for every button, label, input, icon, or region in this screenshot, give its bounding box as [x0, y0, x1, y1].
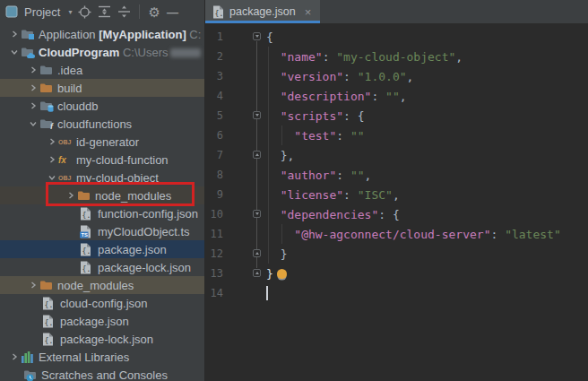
tree-row[interactable]: Application [MyApplication] C: [0, 25, 204, 43]
chevron-right-icon[interactable] [26, 84, 39, 91]
code-text: { [266, 30, 273, 44]
tree-row[interactable]: node_modules [0, 186, 204, 204]
code-line[interactable]: 8 "author": "", [205, 165, 588, 185]
folder-excluded-icon [39, 82, 56, 93]
chevron-right-icon[interactable] [26, 281, 39, 289]
chevron-right-icon[interactable] [45, 138, 58, 145]
code-line[interactable]: 6 "test": "" [205, 126, 588, 145]
tree-row[interactable]: node_modules [0, 276, 204, 294]
code-line[interactable]: 1{ [205, 27, 588, 47]
code-line[interactable]: 4 "description": "", [205, 86, 588, 106]
line-number: 3 [205, 70, 223, 82]
json-icon: {..} [42, 315, 58, 328]
chevron-right-icon[interactable] [7, 30, 21, 38]
tree-row[interactable]: CloudProgram C:\Users [0, 43, 204, 61]
close-icon[interactable]: × [305, 5, 312, 19]
code-text: "name": "my-cloud-object", [266, 50, 463, 64]
tree-row[interactable]: {..}package-lock.json [0, 258, 204, 276]
tree-row[interactable]: {..}package.json [0, 240, 204, 258]
line-number: 12 [205, 247, 223, 260]
chevron-right-icon[interactable] [7, 353, 21, 360]
chevron-right-icon[interactable] [45, 156, 58, 163]
fold-marker[interactable] [253, 151, 261, 159]
code-line[interactable]: 7 }, [205, 145, 588, 165]
folder-app-icon [21, 29, 37, 39]
code-line[interactable]: 13} [205, 264, 588, 283]
code-line[interactable]: 14 [205, 283, 588, 303]
code-text [266, 286, 268, 301]
intention-bulb-icon[interactable] [277, 269, 287, 279]
code-line[interactable]: 3 "version": "1.0.0", [205, 66, 588, 86]
tree-item-label: cloud-config.json [60, 297, 148, 310]
tree-item-label: package.json [60, 315, 129, 328]
code-text: "author": "", [266, 169, 371, 182]
chevron-down-icon[interactable] [26, 120, 39, 127]
redacted-text [170, 48, 201, 57]
tree-row[interactable]: {..}package.json [0, 312, 204, 330]
expand-all-icon[interactable] [98, 5, 111, 18]
hide-panel-icon[interactable]: — [167, 5, 178, 19]
svg-text:{..}: {..} [45, 300, 54, 308]
code-line[interactable]: 2 "name": "my-cloud-object", [205, 47, 588, 66]
project-toolbar: Project ▾ ⚙ — [0, 0, 204, 23]
line-number: 6 [205, 129, 223, 142]
chevron-right-icon[interactable] [26, 66, 39, 74]
line-number: 8 [205, 169, 223, 181]
json-icon: {..} [80, 243, 96, 256]
json-icon: {..} [42, 333, 58, 346]
tool-window-icon[interactable] [5, 5, 18, 18]
chevron-down-icon[interactable] [45, 174, 58, 181]
chevron-down-icon[interactable] [7, 48, 21, 56]
code-line[interactable]: 9 "license": "ISC", [205, 185, 588, 204]
code-text: "@hw-agconnect/cloud-server": "latest" [266, 228, 561, 241]
tree-item-label: myCloudObject.ts [98, 225, 190, 238]
code-text: } [266, 247, 287, 261]
svg-text:{..}: {..} [82, 211, 91, 219]
tree-item-label: clouddb [57, 100, 99, 113]
tree-row[interactable]: {..}function-config.json [0, 204, 204, 222]
svg-text:{..}: {..} [82, 247, 91, 255]
fold-marker[interactable] [253, 32, 261, 40]
project-tool-window: Project ▾ ⚙ — A [0, 0, 204, 381]
chevron-right-icon[interactable] [64, 192, 77, 199]
fold-marker[interactable] [253, 269, 261, 277]
collapse-all-icon[interactable] [117, 5, 131, 18]
code-text: "scripts": { [266, 109, 365, 123]
tree-item-label: build [57, 82, 82, 95]
tree-row[interactable]: OBJid-generator [0, 133, 204, 151]
chevron-right-icon[interactable] [26, 102, 39, 109]
tree-row[interactable]: OBJmy-cloud-object [0, 169, 204, 186]
editor-area: {..} package.json × 1{2 "name": "my-clou… [204, 0, 588, 381]
tree-row[interactable]: clouddb [0, 97, 204, 115]
code-editor[interactable]: 1{2 "name": "my-cloud-object",3 "version… [205, 23, 588, 381]
fold-marker[interactable] [253, 111, 261, 119]
tree-row[interactable]: {..}package-lock.json [0, 330, 204, 348]
tree-row[interactable]: Scratches and Consoles [0, 366, 204, 381]
tree-item-label: my-cloud-function [76, 153, 169, 167]
tool-window-title[interactable]: Project [24, 5, 60, 19]
tree-row[interactable]: TSmyCloudObject.ts [0, 222, 204, 240]
tree-row[interactable]: External Libraries [0, 348, 204, 366]
tab-label: package.json [229, 5, 296, 18]
tree-row[interactable]: fxmy-cloud-function [0, 151, 204, 169]
tree-row[interactable]: build [0, 79, 204, 97]
line-number: 1 [205, 30, 223, 43]
line-number: 9 [205, 188, 223, 201]
code-line[interactable]: 12 } [205, 244, 588, 264]
gear-icon[interactable]: ⚙ [148, 5, 160, 19]
tree-row[interactable]: .idea [0, 61, 204, 79]
chevron-down-icon[interactable]: ▾ [68, 8, 72, 16]
tree-row[interactable]: fcloudfunctions [0, 115, 204, 133]
code-line[interactable]: 10 "dependencies": { [205, 204, 588, 224]
tab-package-json[interactable]: {..} package.json × [205, 0, 320, 23]
code-text: "description": "", [266, 90, 407, 103]
fold-marker[interactable] [253, 210, 261, 218]
locate-file-icon[interactable] [78, 5, 91, 19]
code-line[interactable]: 5 "scripts": { [205, 106, 588, 126]
tree-item-label: package-lock.json [98, 261, 191, 274]
code-line[interactable]: 11 "@hw-agconnect/cloud-server": "latest… [205, 224, 588, 244]
folder-db-icon [39, 100, 56, 111]
fold-marker[interactable] [253, 249, 261, 257]
tree-row[interactable]: {..}cloud-config.json [0, 294, 204, 312]
indent-guide [281, 126, 282, 145]
